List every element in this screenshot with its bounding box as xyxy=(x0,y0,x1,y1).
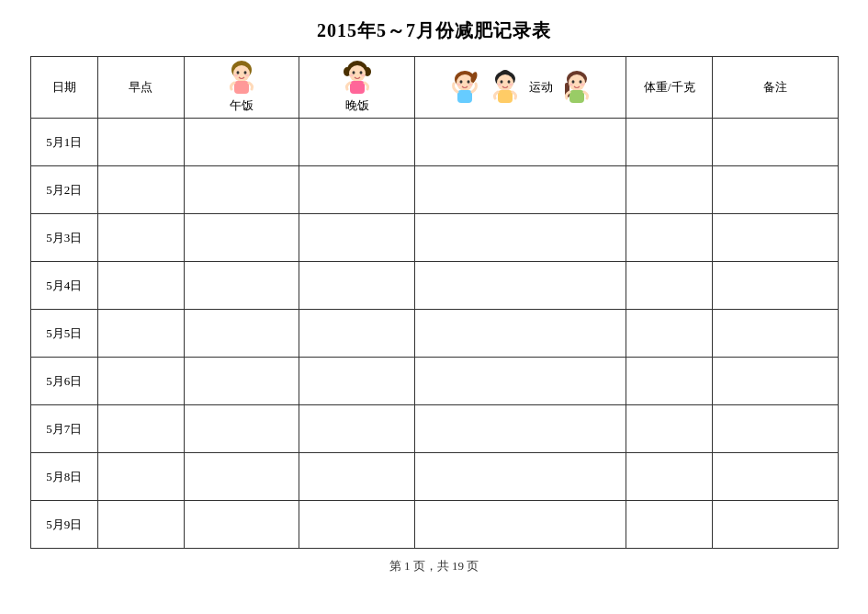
cell-weight xyxy=(626,119,713,166)
table-row: 5月2日 xyxy=(30,166,838,214)
cell-exercise xyxy=(415,214,626,262)
cell-breakfast xyxy=(97,358,184,405)
cell-lunch xyxy=(184,310,299,358)
table-row: 5月7日 xyxy=(30,405,838,453)
svg-point-38 xyxy=(581,84,584,85)
cell-dinner xyxy=(299,310,415,358)
cell-lunch xyxy=(184,405,299,453)
cell-breakfast xyxy=(97,405,184,453)
svg-point-22 xyxy=(468,84,472,85)
cell-date: 5月5日 xyxy=(30,310,97,358)
cell-lunch xyxy=(184,453,299,501)
svg-point-29 xyxy=(498,84,502,85)
cell-note xyxy=(713,358,838,405)
cell-note xyxy=(713,310,838,358)
cell-dinner xyxy=(299,501,415,549)
cell-exercise xyxy=(415,501,626,549)
svg-point-14 xyxy=(361,74,365,76)
cell-breakfast xyxy=(97,214,184,262)
cell-lunch xyxy=(184,166,299,214)
cell-breakfast xyxy=(97,119,184,166)
cell-note xyxy=(713,119,838,166)
cell-breakfast xyxy=(97,310,184,358)
cell-note xyxy=(713,453,838,501)
cell-date: 5月1日 xyxy=(30,119,97,166)
exercise-icon-2 xyxy=(489,70,522,105)
cell-note xyxy=(713,405,838,453)
cell-date: 5月9日 xyxy=(30,501,97,549)
svg-point-26 xyxy=(497,74,513,91)
header-breakfast: 早点 xyxy=(97,57,184,119)
cell-lunch xyxy=(184,119,299,166)
cell-date: 5月3日 xyxy=(30,214,97,262)
header-lunch: 午饭 xyxy=(184,57,299,119)
svg-point-36 xyxy=(579,80,581,84)
cell-exercise xyxy=(415,262,626,310)
cell-dinner xyxy=(299,405,415,453)
cell-weight xyxy=(626,262,713,310)
record-table: 日期 早点 xyxy=(30,56,839,549)
svg-point-35 xyxy=(571,80,574,84)
exercise-icon-3 xyxy=(560,70,593,105)
svg-point-19 xyxy=(459,80,462,84)
cell-note xyxy=(713,501,838,549)
cell-breakfast xyxy=(97,453,184,501)
cell-exercise xyxy=(415,453,626,501)
table-row: 5月1日 xyxy=(30,119,838,166)
cell-exercise xyxy=(415,310,626,358)
svg-rect-31 xyxy=(498,90,513,103)
svg-point-10 xyxy=(349,65,366,82)
cell-dinner xyxy=(299,214,415,262)
svg-point-11 xyxy=(352,71,355,74)
cell-date: 5月7日 xyxy=(30,405,97,453)
cell-exercise xyxy=(415,119,626,166)
cell-weight xyxy=(626,358,713,405)
cell-weight xyxy=(626,214,713,262)
table-row: 5月6日 xyxy=(30,358,838,405)
svg-point-3 xyxy=(244,71,247,74)
table-row: 5月8日 xyxy=(30,453,838,501)
cell-weight xyxy=(626,405,713,453)
cell-note xyxy=(713,214,838,262)
cell-dinner xyxy=(299,119,415,166)
svg-point-12 xyxy=(359,71,362,74)
svg-point-2 xyxy=(237,71,240,74)
cell-dinner xyxy=(299,453,415,501)
svg-rect-15 xyxy=(350,81,365,94)
cell-exercise xyxy=(415,405,626,453)
cell-note xyxy=(713,262,838,310)
svg-point-37 xyxy=(569,84,573,85)
cell-breakfast xyxy=(97,501,184,549)
svg-rect-6 xyxy=(234,81,249,94)
table-row: 5月9日 xyxy=(30,501,838,549)
cell-dinner xyxy=(299,358,415,405)
cell-date: 5月6日 xyxy=(30,358,97,405)
cell-lunch xyxy=(184,262,299,310)
svg-rect-39 xyxy=(569,90,584,103)
cell-date: 5月4日 xyxy=(30,262,97,310)
svg-point-5 xyxy=(245,74,249,76)
lunch-icon xyxy=(225,61,258,96)
table-row: 5月5日 xyxy=(30,310,838,358)
header-exercise: 运动 xyxy=(415,57,626,119)
svg-rect-23 xyxy=(457,90,472,103)
svg-point-17 xyxy=(457,74,473,91)
svg-point-20 xyxy=(467,80,469,84)
table-row: 5月3日 xyxy=(30,214,838,262)
dinner-icon xyxy=(341,61,374,96)
svg-point-1 xyxy=(233,65,250,82)
cell-dinner xyxy=(299,166,415,214)
header-date: 日期 xyxy=(30,57,97,119)
header-weight: 体重/千克 xyxy=(626,57,713,119)
svg-point-28 xyxy=(507,80,510,84)
page-footer: 第 1 页，共 19 页 xyxy=(389,558,479,574)
cell-weight xyxy=(626,453,713,501)
svg-point-21 xyxy=(457,84,461,85)
page-title: 2015年5～7月份减肥记录表 xyxy=(317,18,551,43)
svg-point-34 xyxy=(569,74,585,91)
svg-point-13 xyxy=(350,74,354,76)
svg-point-27 xyxy=(500,80,502,84)
cell-lunch xyxy=(184,501,299,549)
cell-weight xyxy=(626,501,713,549)
cell-breakfast xyxy=(97,262,184,310)
